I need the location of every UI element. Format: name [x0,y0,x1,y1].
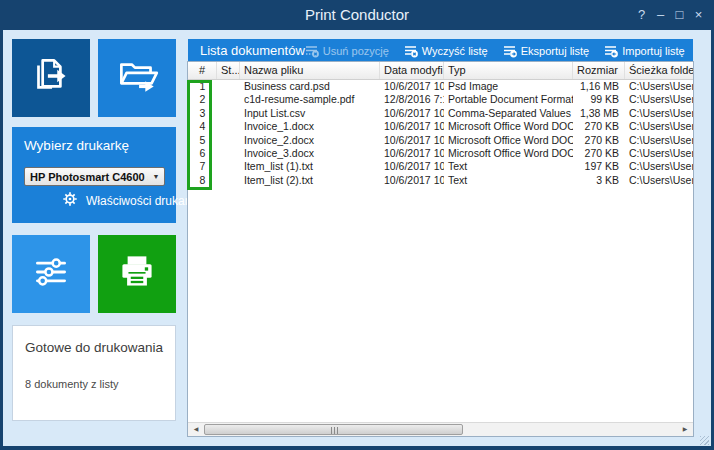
status-heading: Gotowe do drukowania [25,340,163,355]
table-row[interactable]: 6Invoice_3.docx10/6/2017 10:2...Microsof… [188,147,693,160]
minimize-button[interactable]: – [651,4,670,26]
add-folder-button[interactable] [98,39,176,117]
sliders-icon [26,247,76,301]
row-index: 1 [188,80,217,93]
table-row[interactable]: 5Invoice_2.docx10/6/2017 10:2...Microsof… [188,134,693,147]
clear-list-button[interactable]: Wyczyść listę [404,44,488,58]
col-header-date[interactable]: Data modyfika... [380,62,444,79]
row-path: C:\Users\User\ [625,120,693,133]
gear-icon [62,191,78,211]
print-button[interactable] [98,235,176,313]
row-path: C:\Users\User\ [625,147,693,160]
remove-item-label: Usuń pozycję [323,45,389,57]
remove-item-icon [305,44,319,58]
row-index: 3 [188,107,217,120]
printer-properties-link[interactable]: Właściwości drukarki [62,191,197,211]
col-header-type[interactable]: Typ [444,62,573,79]
row-size: 270 KB [573,120,625,133]
row-filename: Business card.psd [240,80,380,93]
window-border-bottom [0,446,714,450]
scroll-left-icon[interactable]: ◀ [188,423,204,436]
export-list-button[interactable]: Eksportuj listę [503,44,589,58]
row-filename: Invoice_1.docx [240,120,380,133]
row-status [217,120,240,133]
clear-list-label: Wyczyść listę [422,45,488,57]
row-filename: Invoice_2.docx [240,134,380,147]
settings-button[interactable] [12,235,90,313]
row-path: C:\Users\User\ [625,174,693,187]
row-size: 99 KB [573,93,625,106]
row-type: Text [444,174,573,187]
row-type: Microsoft Office Word DOCX [444,147,573,160]
window-title: Print Conductor [0,0,714,30]
list-toolbar: Lista dokumentów Usuń pozycję [188,39,693,62]
window-controls: ? – □ × [632,0,708,30]
col-header-name[interactable]: Nazwa pliku [240,62,380,79]
row-size: 1,38 MB [573,107,625,120]
horizontal-scrollbar[interactable]: ◀ ▶ [188,422,693,436]
import-list-icon [604,44,618,58]
row-status [217,160,240,173]
table-body: 1Business card.psd10/6/2017 10:2...Psd I… [188,80,693,422]
row-type: Portable Document Format [444,93,573,106]
table-row[interactable]: 1Business card.psd10/6/2017 10:2...Psd I… [188,80,693,93]
row-path: C:\Users\User\ [625,134,693,147]
table-header: # St... Nazwa pliku Data modyfika... Typ… [188,62,693,80]
row-status [217,147,240,160]
help-button[interactable]: ? [632,4,651,26]
printer-properties-label: Właściwości drukarki [86,194,197,208]
row-date: 10/6/2017 10:2... [380,107,444,120]
table-row[interactable]: 3Input List.csv10/6/2017 10:2...Comma-Se… [188,107,693,120]
document-list: # St... Nazwa pliku Data modyfika... Typ… [187,61,694,437]
row-index: 2 [188,93,217,106]
scroll-right-icon[interactable]: ▶ [677,423,693,436]
row-size: 270 KB [573,134,625,147]
window-border-left [0,30,3,450]
resize-grip[interactable] [700,436,709,445]
col-header-size[interactable]: Rozmiar [573,62,625,79]
clear-list-icon [404,44,418,58]
row-type: Psd Image [444,80,573,93]
col-header-status[interactable]: St... [217,62,240,79]
row-filename: Input List.csv [240,107,380,120]
row-type: Text [444,160,573,173]
scrollbar-thumb[interactable] [204,424,463,435]
row-date: 10/6/2017 10:2... [380,147,444,160]
row-size: 1,16 MB [573,80,625,93]
printer-icon [112,247,162,301]
maximize-button[interactable]: □ [670,4,689,26]
col-header-index[interactable]: # [188,62,217,79]
table-row[interactable]: 4Invoice_1.docx10/6/2017 10:2...Microsof… [188,120,693,133]
chevron-down-icon: ▼ [148,173,164,180]
table-row[interactable]: 7Item_list (1).txt10/6/2017 10:2...Text1… [188,160,693,173]
printer-panel: Wybierz drukarkę HP Photosmart C4600 ser… [12,127,176,223]
row-date: 10/6/2017 10:2... [380,160,444,173]
row-filename: Invoice_3.docx [240,147,380,160]
row-status [217,80,240,93]
close-button[interactable]: × [689,4,708,26]
row-date: 10/6/2017 10:2... [380,134,444,147]
title-bar: Print Conductor ? – □ × [0,0,714,30]
row-status [217,134,240,147]
list-title: Lista dokumentów [188,43,305,58]
table-row[interactable]: 8Item_list (2).txt10/6/2017 10:2...Text3… [188,174,693,187]
printer-select-value: HP Photosmart C4600 series [25,171,148,183]
print-conductor-window: Print Conductor ? – □ × [0,0,714,450]
table-row[interactable]: 2c1d-resume-sample.pdf12/8/2016 7:13...P… [188,93,693,106]
export-list-label: Eksportuj listę [521,45,589,57]
add-documents-button[interactable] [12,39,90,117]
printer-panel-heading: Wybierz drukarkę [24,138,129,153]
row-index: 8 [188,174,217,187]
row-date: 10/6/2017 10:2... [380,120,444,133]
row-index: 5 [188,134,217,147]
col-header-path[interactable]: Ścieżka folderu [625,62,693,79]
row-index: 6 [188,147,217,160]
export-list-icon [503,44,517,58]
row-status [217,174,240,187]
row-filename: Item_list (2).txt [240,174,380,187]
row-type: Microsoft Office Word DOCX [444,134,573,147]
status-subtext: 8 dokumenty z listy [25,378,119,390]
printer-select[interactable]: HP Photosmart C4600 series ▼ [24,167,165,186]
import-list-button[interactable]: Importuj listę [604,44,684,58]
remove-item-button[interactable]: Usuń pozycję [305,44,389,58]
